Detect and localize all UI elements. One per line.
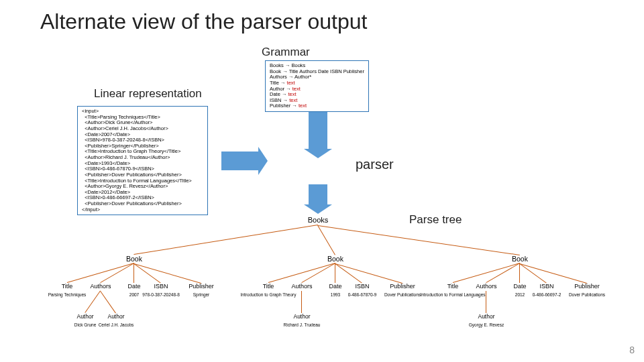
tree-node: ISBN [154, 283, 168, 290]
tree-node: 0-486-66697-2 [533, 292, 561, 297]
tree-node: Authors [476, 283, 496, 290]
tree-node: Publisher [390, 283, 415, 290]
tree-node: Book [327, 255, 343, 263]
tree-node: Author [76, 313, 93, 320]
tree-node: Author [107, 313, 124, 320]
tree-node: 978-0-387-20248-8 [142, 292, 180, 297]
tree-node: Springer [193, 292, 210, 297]
page-number: 8 [629, 345, 635, 355]
slide-title: Alternate view of the parser output [0, 0, 644, 34]
tree-node: Richard J. Trudeau [284, 322, 321, 327]
tree-node: Publisher [574, 283, 600, 290]
tree-node: Parsing Techniques [48, 292, 87, 297]
grammar-box: Books → BooksBook → Title Authors Date I… [265, 60, 369, 112]
tree-node: ISBN [539, 283, 553, 290]
linear-representation-label: Linear representation [94, 87, 202, 101]
arrow-input-to-parser [221, 152, 258, 170]
input-box: <input> <Title>Parsing Techniques</Title… [77, 106, 208, 215]
tree-node: Date [513, 283, 526, 290]
parser-label: parser [356, 157, 394, 172]
tree-node: Dover Publications [384, 292, 421, 297]
tree-node: Title [447, 283, 459, 290]
tree-node: Dick Grune [74, 322, 97, 327]
tree-node: Date [127, 283, 140, 290]
tree-node: 2007 [129, 292, 139, 297]
tree-node: Ceriel J.H. Jacobs [99, 322, 134, 327]
tree-node: Date [329, 283, 341, 290]
tree-node: Author [478, 313, 494, 320]
tree-node: Introduction to Formal Languages [420, 292, 485, 297]
tree-node: 0-486-67870-9 [348, 292, 377, 297]
tree-node: Authors [90, 283, 111, 290]
tree-node: Introduction to Graph Theory [241, 292, 297, 297]
tree-node: Book [512, 255, 528, 263]
tree-node: Publisher [189, 283, 214, 290]
arrow-grammar-to-parser [309, 112, 327, 149]
parse-tree-label: Parse tree [409, 213, 462, 227]
tree-node: Dover Publications [569, 292, 605, 297]
tree-node: Author [293, 313, 310, 320]
tree-node: Gyorgy E. Revesz [469, 322, 504, 327]
tree-node: Books [308, 216, 329, 224]
tree-node: Book [126, 255, 142, 263]
tree-node: Title [263, 283, 274, 290]
tree-node: Title [62, 283, 73, 290]
arrow-parser-to-tree [309, 184, 327, 204]
tree-node: Authors [291, 283, 312, 290]
grammar-label: Grammar [262, 46, 310, 59]
tree-node: 2012 [515, 292, 525, 297]
tree-node: ISBN [355, 283, 369, 290]
tree-node: 1993 [331, 292, 340, 297]
